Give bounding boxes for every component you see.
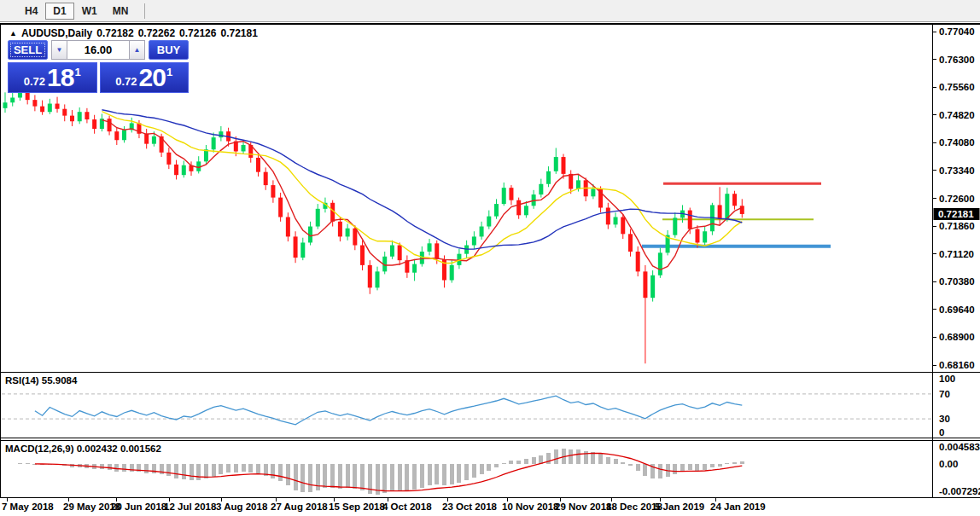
macd-histogram-bar [390, 464, 394, 491]
macd-histogram-bar [703, 464, 707, 470]
rsi-tick-label: 30 [939, 414, 950, 424]
candle-body [398, 246, 402, 261]
collapse-triangle-icon[interactable]: ▲ [9, 28, 17, 38]
macd-histogram-bar [472, 464, 476, 478]
macd-histogram-bar [695, 464, 699, 470]
current-price-label: 0.72181 [938, 209, 974, 219]
buy-button[interactable]: BUY [149, 40, 189, 60]
date-tick-label: 12 Jul 2018 [164, 502, 217, 512]
macd-histogram-bar [248, 464, 253, 472]
candle-body [420, 252, 424, 264]
candle-body [376, 271, 380, 287]
volume-input[interactable] [67, 40, 129, 60]
macd-histogram-bar [658, 464, 662, 478]
candle-body [516, 200, 521, 216]
candle-body [10, 97, 15, 102]
macd-histogram-bar [494, 464, 499, 467]
candle-body [346, 229, 350, 237]
price-tick-label: 0.72600 [939, 194, 975, 204]
price-tick-label: 0.69640 [939, 304, 975, 315]
price-tick-label: 0.77040 [939, 26, 975, 37]
macd-histogram-bar [598, 454, 603, 464]
buy-price-pipette: 1 [166, 66, 172, 78]
candle-body [114, 131, 119, 140]
sell-price-prefix: 0.72 [24, 75, 45, 88]
candle-body [554, 157, 558, 171]
price-tick-label: 0.70380 [939, 276, 975, 287]
candle-body [182, 165, 186, 175]
candle-body [487, 217, 491, 227]
candle-body [219, 131, 223, 137]
macd-histogram-bar [196, 464, 201, 479]
macd-histogram-bar [278, 464, 283, 481]
macd-histogram-bar [382, 464, 387, 493]
candle-body [55, 104, 60, 109]
macd-histogram-bar [182, 464, 186, 479]
candle-body [688, 211, 692, 229]
candle-body [256, 158, 260, 172]
macd-histogram-bar [725, 463, 729, 464]
date-tick-label: 7 May 2018 [2, 502, 54, 512]
macd-histogram-bar [144, 464, 149, 473]
sell-button[interactable]: SELL [8, 40, 48, 60]
macd-histogram-bar [450, 464, 454, 484]
candle-body [472, 236, 476, 245]
rsi-tick-label: 0 [939, 427, 944, 438]
candle-body [390, 246, 394, 257]
rsi-tick-label: 100 [939, 374, 955, 384]
ohlc-close: 0.72181 [220, 27, 257, 39]
spin-down-icon: ▼ [56, 46, 63, 54]
candle-body [78, 112, 82, 121]
candle-body [286, 217, 290, 237]
buy-price-box[interactable]: 0.72 20 1 [100, 62, 190, 93]
candle-body [718, 205, 722, 218]
date-tick-label: 4 Oct 2018 [382, 502, 432, 512]
candle-body [108, 119, 112, 131]
date-tick-label: 10 Nov 2018 [502, 502, 559, 512]
macd-histogram-bar [256, 464, 260, 473]
macd-histogram-bar [487, 464, 491, 471]
macd-histogram-bar [710, 464, 715, 467]
macd-histogram-bar [316, 464, 320, 490]
macd-histogram-bar [308, 464, 312, 492]
macd-histogram-bar [160, 464, 164, 474]
macd-histogram-bar [732, 462, 737, 465]
macd-histogram-bar [554, 449, 558, 464]
macd-histogram-bar [576, 449, 580, 464]
date-tick-label: 27 Aug 2018 [271, 502, 328, 512]
price-tick-label: 0.68900 [939, 332, 975, 342]
candle-body [569, 174, 573, 189]
ohlc-open: 0.72182 [96, 27, 133, 39]
candle-body [300, 242, 305, 258]
candle-body [494, 204, 499, 217]
candle-body [278, 198, 283, 217]
candle-body [70, 116, 74, 122]
candle-body [621, 217, 625, 235]
candle-body [576, 180, 580, 188]
sell-price-box[interactable]: 0.72 18 1 [8, 62, 97, 93]
macd-histogram-bar [435, 464, 439, 484]
candle-body [40, 107, 44, 113]
macd-histogram-bar [420, 464, 424, 488]
date-tick-label: 3 Aug 2018 [216, 502, 268, 512]
macd-histogram-bar [614, 459, 618, 464]
macd-histogram-bar [130, 464, 134, 471]
candle-body [174, 165, 178, 175]
candle-body [732, 194, 737, 206]
macd-histogram-bar [405, 464, 409, 490]
candle-body [673, 217, 677, 235]
candle-body [650, 275, 655, 298]
macd-histogram-bar [480, 464, 484, 474]
macd-histogram-bar [271, 464, 275, 478]
macd-histogram-bar [226, 464, 230, 473]
volume-decrease-button[interactable]: ▼ [51, 40, 67, 60]
candle-body [606, 208, 610, 225]
macd-panel-label: MACD(12,26,9) 0.002432 0.001562 [5, 444, 161, 454]
candle-body [242, 145, 246, 151]
date-tick-label: 29 Nov 2018 [555, 502, 612, 512]
candle-body [636, 252, 640, 271]
macd-histogram-bar [234, 464, 238, 473]
macd-histogram-bar [212, 464, 216, 476]
volume-increase-button[interactable]: ▲ [129, 40, 145, 60]
date-tick-label: 5 Jan 2019 [655, 502, 704, 512]
